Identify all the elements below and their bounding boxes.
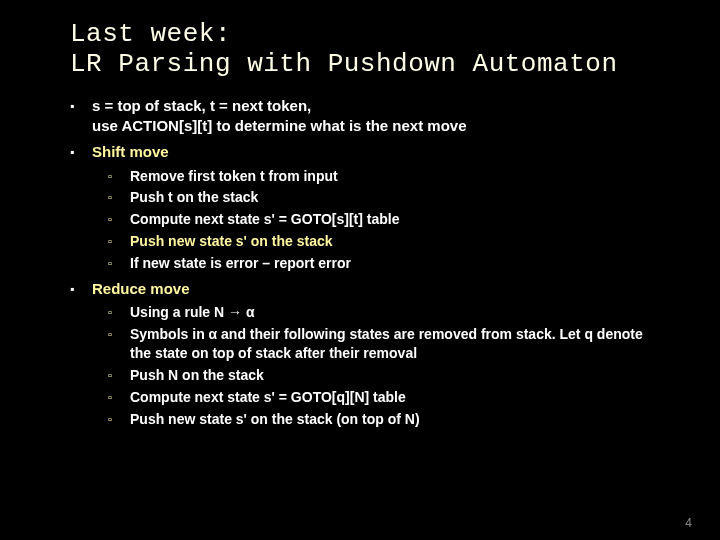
square-bullet-icon: ▪ [70,99,80,137]
list-item-text: If new state is error – report error [130,254,664,273]
square-bullet-icon: ▪ [70,145,80,162]
hollow-square-bullet-icon: ▫ [108,327,120,363]
list-item-text: Push new state s' on the stack [130,232,664,251]
hollow-square-bullet-icon: ▫ [108,390,120,407]
square-bullet-icon: ▪ [70,282,80,299]
list-item-text: Compute next state s' = GOTO[q][N] table [130,388,664,407]
list-item-text: Using a rule N → α [130,303,664,322]
list-item: ▫ Compute next state s' = GOTO[s][t] tab… [108,210,664,229]
hollow-square-bullet-icon: ▫ [108,190,120,207]
hollow-square-bullet-icon: ▫ [108,212,120,229]
list-item: ▫ Remove first token t from input [108,167,664,186]
intro-line-1: s = top of stack, t = next token, [92,97,311,114]
list-item-text: Remove first token t from input [130,167,664,186]
intro-line-2: use ACTION[s][t] to determine what is th… [92,117,467,134]
page-number: 4 [685,516,692,530]
shift-heading: Shift move [92,142,664,162]
list-item: ▫ If new state is error – report error [108,254,664,273]
reduce-heading-item: ▪ Reduce move [70,279,664,299]
list-item: ▫ Compute next state s' = GOTO[q][N] tab… [108,388,664,407]
list-item: ▫ Push N on the stack [108,366,664,385]
list-item-text: Compute next state s' = GOTO[s][t] table [130,210,664,229]
list-item: ▫ Symbols in α and their following state… [108,325,664,363]
hollow-square-bullet-icon: ▫ [108,412,120,429]
intro-text: s = top of stack, t = next token, use AC… [92,96,664,137]
slide: Last week: LR Parsing with Pushdown Auto… [0,0,720,540]
reduce-list: ▫ Using a rule N → α ▫ Symbols in α and … [108,303,664,428]
list-item: ▫ Push t on the stack [108,188,664,207]
hollow-square-bullet-icon: ▫ [108,169,120,186]
list-item-text: Push new state s' on the stack (on top o… [130,410,664,429]
list-item: ▫ Push new state s' on the stack (on top… [108,410,664,429]
list-item-text: Symbols in α and their following states … [130,325,664,363]
list-item-text: Push t on the stack [130,188,664,207]
title-line-1: Last week: [70,19,231,49]
shift-heading-item: ▪ Shift move [70,142,664,162]
list-item: ▫ Push new state s' on the stack [108,232,664,251]
hollow-square-bullet-icon: ▫ [108,256,120,273]
slide-body: ▪ s = top of stack, t = next token, use … [70,96,664,429]
hollow-square-bullet-icon: ▫ [108,368,120,385]
list-item-text: Push N on the stack [130,366,664,385]
hollow-square-bullet-icon: ▫ [108,305,120,322]
list-item: ▫ Using a rule N → α [108,303,664,322]
hollow-square-bullet-icon: ▫ [108,234,120,251]
title-line-2: LR Parsing with Pushdown Automaton [70,49,618,79]
shift-list: ▫ Remove first token t from input ▫ Push… [108,167,664,273]
slide-title: Last week: LR Parsing with Pushdown Auto… [70,20,664,80]
intro-item: ▪ s = top of stack, t = next token, use … [70,96,664,137]
reduce-heading: Reduce move [92,279,664,299]
